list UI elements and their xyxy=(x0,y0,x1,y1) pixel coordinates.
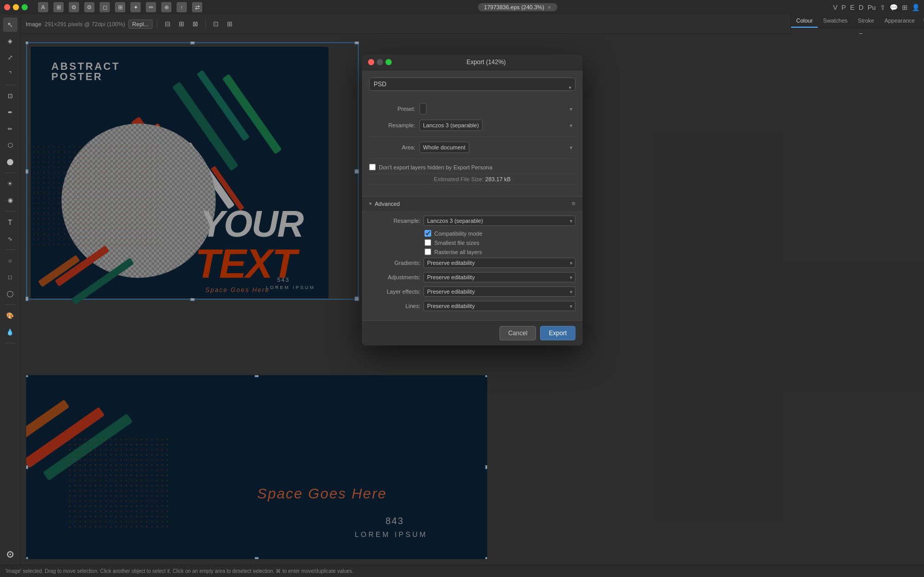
grid-icon[interactable]: ⊞ xyxy=(115,2,125,12)
resample-select[interactable]: Lanczos 3 (separable) xyxy=(419,120,483,131)
pen-tool[interactable]: ✒ xyxy=(3,105,17,120)
advanced-body: Resample: Lanczos 3 (separable) Compatib… xyxy=(362,210,583,320)
settings-icon[interactable]: ⚙ xyxy=(69,2,79,12)
layer-effects-wrap: Preserve editability xyxy=(424,286,575,297)
colour-tool[interactable]: 🎨 xyxy=(3,309,17,323)
colour-panel-menu-icon[interactable]: ≡ xyxy=(920,14,924,28)
paint-tool[interactable]: ⬤ xyxy=(3,155,17,169)
warp-icon[interactable]: ⊕ xyxy=(161,2,171,12)
window-controls[interactable] xyxy=(4,4,28,10)
lines-select[interactable]: Preserve editability xyxy=(424,301,575,311)
tab-stroke[interactable]: Stroke xyxy=(853,14,879,28)
eyedropper-tool[interactable]: 💧 xyxy=(3,325,17,339)
divider-2 xyxy=(369,158,575,159)
text-tool[interactable]: T xyxy=(3,215,17,229)
cancel-button[interactable]: Cancel xyxy=(499,326,536,340)
grid-view-icon[interactable]: ⊞ xyxy=(902,4,908,11)
file-size-number: 283.17 kB xyxy=(485,176,511,182)
maximize-button[interactable] xyxy=(22,4,28,10)
distribute-icon[interactable]: ⊡ xyxy=(210,18,221,29)
persona-pub-icon[interactable]: Pu xyxy=(868,4,876,11)
status-text: 'Image' selected. Drag to move selection… xyxy=(5,568,354,574)
zoom-tool[interactable]: ⊙ xyxy=(3,547,17,562)
replace-button[interactable]: Repl... xyxy=(128,20,153,29)
adv-resample-select[interactable]: Lanczos 3 (separable) xyxy=(424,216,575,226)
user-icon[interactable]: 👤 xyxy=(912,4,920,11)
ellipse-tool[interactable]: ◯ xyxy=(3,286,17,301)
dodge-tool[interactable]: ☀ xyxy=(3,177,17,191)
persona-pixel-icon[interactable]: P xyxy=(841,4,846,11)
hidden-layers-checkbox[interactable] xyxy=(369,164,376,170)
advanced-header[interactable]: ▾ Advanced ≡ xyxy=(362,196,583,210)
canvas-area: ABSTRACT POSTER YOU xyxy=(21,34,924,565)
rect-tool[interactable]: □ xyxy=(3,270,17,284)
advanced-label: Advanced xyxy=(375,201,568,207)
node-tool[interactable]: ◈ xyxy=(3,34,17,48)
dialog-close-btn[interactable] xyxy=(368,59,374,65)
spacing-icon[interactable]: ⊞ xyxy=(224,18,235,29)
divider-1 xyxy=(369,136,575,137)
preset-select[interactable] xyxy=(419,103,427,114)
format-select[interactable]: PSD xyxy=(369,78,575,91)
tool-separator-1 xyxy=(5,85,15,85)
blur-tool[interactable]: ◉ xyxy=(3,193,17,207)
align-right-icon[interactable]: ⊠ xyxy=(190,18,201,29)
preset-select-wrap xyxy=(419,103,575,114)
tab-swatches[interactable]: Swatches xyxy=(818,14,853,28)
image-label: Image xyxy=(26,21,42,27)
align-center-icon[interactable]: ⊞ xyxy=(176,18,187,29)
close-button[interactable] xyxy=(4,4,10,10)
brush-icon[interactable]: ✏ xyxy=(146,2,156,12)
dialog-max-btn[interactable] xyxy=(386,59,392,65)
align-left-icon[interactable]: ⊟ xyxy=(162,18,173,29)
lines-row: Lines: Preserve editability xyxy=(369,301,575,311)
left-toolbar: ↖ ◈ ⤢ ⌝ ⊡ ✒ ✏ ⬡ ⬤ ☀ ◉ T ∿ ○ □ ◯ 🎨 💧 ⊙ xyxy=(0,14,21,565)
shape-tool[interactable]: ○ xyxy=(3,254,17,268)
minimize-button[interactable] xyxy=(13,4,19,10)
gradients-label: Gradients: xyxy=(369,260,420,266)
transform-tool[interactable]: ⤢ xyxy=(3,50,17,65)
tab-title-text: 17973836.eps (240.3%) xyxy=(484,4,544,10)
layer-effects-select[interactable]: Preserve editability xyxy=(424,286,575,297)
fill-tool[interactable]: ⬡ xyxy=(3,138,17,152)
dialog-min-btn[interactable] xyxy=(377,59,383,65)
adv-resample-row: Resample: Lanczos 3 (separable) xyxy=(369,216,575,226)
image-info: 291×291 pixels @ 72dpi (100%) xyxy=(45,21,125,27)
smallest-checkbox[interactable] xyxy=(425,239,431,246)
cog-icon[interactable]: ⚙ xyxy=(84,2,94,12)
area-select[interactable]: Whole document xyxy=(419,142,469,153)
export-icon[interactable]: ↑ xyxy=(177,2,187,12)
select-tool[interactable]: ↖ xyxy=(3,17,17,32)
corner-tool[interactable]: ⌝ xyxy=(3,67,17,81)
adjustments-select[interactable]: Preserve editability xyxy=(424,272,575,282)
advanced-menu-icon[interactable]: ≡ xyxy=(571,200,575,207)
tab-appearance[interactable]: Appearance xyxy=(879,14,920,28)
persona-dev-icon[interactable]: D xyxy=(859,4,863,11)
hidden-layers-label: Don't export layers hidden by Export Per… xyxy=(379,164,492,170)
crop-tool[interactable]: ⊡ xyxy=(3,89,17,103)
persona-export-icon[interactable]: E xyxy=(850,4,855,11)
gradients-select[interactable]: Preserve editability xyxy=(424,258,575,268)
node-pen-tool[interactable]: ✏ xyxy=(3,122,17,136)
compat-checkbox[interactable] xyxy=(425,230,431,237)
tab-colour[interactable]: Colour xyxy=(791,14,818,28)
second-toolbar: Image 291×291 pixels @ 72dpi (100%) Repl… xyxy=(21,14,791,34)
link-icon[interactable]: ⇄ xyxy=(192,2,202,12)
active-tab[interactable]: 17973836.eps (240.3%) ✕ xyxy=(478,3,557,11)
layer-effects-label: Layer effects: xyxy=(369,288,420,295)
export-button[interactable]: Export xyxy=(540,326,575,340)
adv-resample-label: Resample: xyxy=(369,218,420,224)
persona-vector-icon[interactable]: V xyxy=(833,4,838,11)
dialog-window-controls[interactable] xyxy=(368,59,392,65)
share-icon[interactable]: ⇧ xyxy=(880,4,886,11)
shapes-icon[interactable]: ◻ xyxy=(100,2,110,12)
rasterise-checkbox[interactable] xyxy=(425,248,431,255)
tab-close-icon[interactable]: ✕ xyxy=(547,5,551,10)
menu-bar: A ⊞ ⚙ ⚙ ◻ ⊞ ✦ ✏ ⊕ ↑ ⇄ 17973836.eps (240.… xyxy=(0,0,924,14)
smudge-tool[interactable]: ∿ xyxy=(3,232,17,246)
layout-icon[interactable]: ⊞ xyxy=(53,2,64,12)
effects-icon[interactable]: ✦ xyxy=(130,2,141,12)
tab-title-area: 17973836.eps (240.3%) ✕ xyxy=(210,3,825,11)
area-row: Area: Whole document xyxy=(369,142,575,153)
chat-icon[interactable]: 💬 xyxy=(890,4,898,11)
